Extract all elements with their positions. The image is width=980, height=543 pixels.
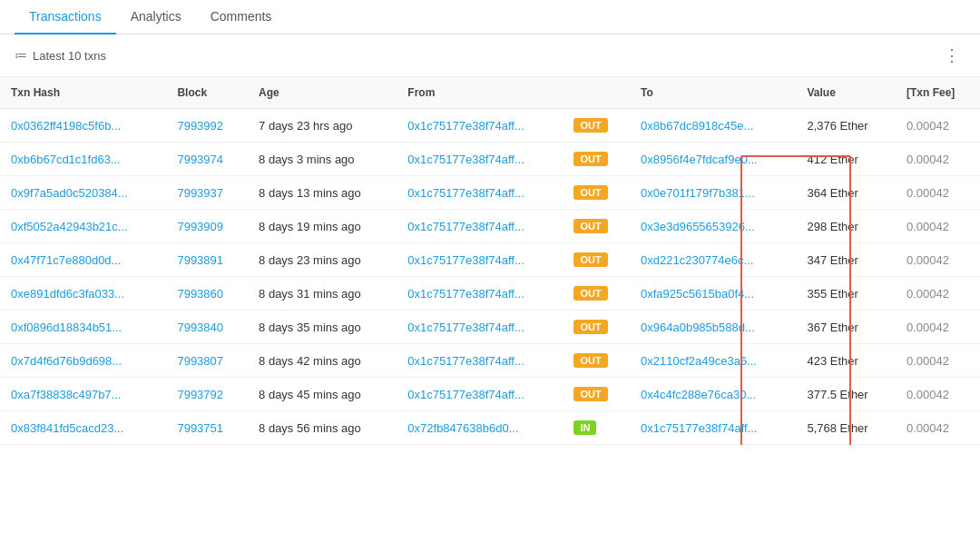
txn-hash-link[interactable]: 0xf5052a42943b21c... [11, 220, 128, 233]
tab-transactions[interactable]: Transactions [15, 0, 116, 35]
to-link[interactable]: 0xfa925c5615ba0f4... [641, 287, 754, 301]
value-cell: 377.5 Ether [796, 378, 896, 411]
value-cell: 347 Ether [796, 243, 896, 277]
col-header-direction [563, 77, 630, 109]
direction-badge: OUT [573, 219, 607, 233]
col-header-block: Block [166, 77, 248, 109]
kebab-menu-button[interactable]: ⋮ [938, 44, 965, 67]
block-link[interactable]: 7993937 [177, 186, 223, 200]
txn-hash-link[interactable]: 0x0362ff4198c5f6b... [11, 119, 121, 133]
from-link[interactable]: 0x1c75177e38f74aff... [407, 388, 524, 401]
direction-badge: OUT [573, 320, 607, 334]
block-link[interactable]: 7993891 [177, 253, 223, 267]
filter-icon: ≔ [15, 48, 27, 63]
table-row: 0xf5052a42943b21c...79939098 days 19 min… [0, 210, 980, 243]
txn-hash-link[interactable]: 0xe891dfd6c3fa033... [11, 287, 124, 301]
from-link[interactable]: 0x1c75177e38f74aff... [407, 119, 524, 133]
block-link[interactable]: 7993909 [177, 220, 223, 233]
tab-analytics[interactable]: Analytics [116, 0, 196, 35]
from-link[interactable]: 0x72fb847638b6d0... [407, 421, 518, 435]
direction-badge: OUT [573, 152, 607, 166]
age-cell: 8 days 45 mins ago [248, 378, 397, 411]
block-link[interactable]: 7993792 [177, 388, 223, 401]
value-cell: 364 Ether [796, 176, 896, 210]
block-link[interactable]: 7993992 [177, 119, 223, 133]
fee-cell: 0.00042 [896, 411, 980, 445]
block-link[interactable]: 7993860 [177, 287, 223, 301]
txn-hash-link[interactable]: 0xb6b67cd1c1fd63... [11, 153, 121, 166]
table-row: 0x9f7a5ad0c520384...79939378 days 13 min… [0, 176, 980, 210]
to-link[interactable]: 0x4c4fc288e76ca30... [641, 388, 756, 401]
to-link[interactable]: 0x8b67dc8918c45e... [641, 119, 753, 133]
from-link[interactable]: 0x1c75177e38f74aff... [407, 253, 524, 267]
table-wrapper: Txn Hash Block Age From To Value [Txn Fe… [0, 77, 980, 445]
value-cell: 412 Ether [796, 143, 896, 176]
to-link[interactable]: 0x3e3d9655653926... [641, 220, 755, 233]
value-cell: 367 Ether [796, 311, 896, 344]
from-link[interactable]: 0x1c75177e38f74aff... [407, 287, 524, 301]
to-link[interactable]: 0x2110cf2a49ce3a6... [641, 354, 757, 368]
block-link[interactable]: 7993751 [177, 421, 223, 435]
fee-cell: 0.00042 [896, 378, 980, 411]
fee-cell: 0.00042 [896, 109, 980, 143]
col-header-age: Age [248, 77, 397, 109]
txn-hash-link[interactable]: 0x9f7a5ad0c520384... [11, 186, 128, 200]
age-cell: 8 days 19 mins ago [248, 210, 397, 243]
direction-badge: OUT [573, 286, 607, 301]
to-link[interactable]: 0x0e701f179f7b381... [641, 186, 755, 200]
col-header-to: To [630, 77, 796, 109]
age-cell: 8 days 23 mins ago [248, 243, 397, 277]
toolbar-left: ≔ Latest 10 txns [15, 48, 106, 63]
direction-badge: OUT [573, 118, 607, 133]
col-header-fee: [Txn Fee] [896, 77, 980, 109]
to-link[interactable]: 0x964a0b985b588d... [641, 321, 755, 334]
to-link[interactable]: 0xd221c230774e6c... [641, 253, 753, 267]
table-row: 0x7d4f6d76b9d698...79938078 days 42 mins… [0, 344, 980, 378]
direction-badge: OUT [573, 353, 607, 368]
table-row: 0xb6b67cd1c1fd63...79939748 days 3 mins … [0, 143, 980, 176]
txn-count-label: Latest 10 txns [33, 49, 106, 63]
col-header-from: From [397, 77, 563, 109]
fee-cell: 0.00042 [896, 344, 980, 378]
from-link[interactable]: 0x1c75177e38f74aff... [407, 321, 524, 334]
table-row: 0x0362ff4198c5f6b...79939927 days 23 hrs… [0, 109, 980, 143]
table-row: 0xf0896d18834b51...79938408 days 35 mins… [0, 311, 980, 344]
age-cell: 7 days 23 hrs ago [248, 109, 397, 143]
from-link[interactable]: 0x1c75177e38f74aff... [407, 220, 524, 233]
value-cell: 2,376 Ether [796, 109, 896, 143]
age-cell: 8 days 31 mins ago [248, 277, 397, 311]
block-link[interactable]: 7993807 [177, 354, 223, 368]
direction-badge: OUT [573, 387, 607, 401]
block-link[interactable]: 7993974 [177, 153, 223, 166]
txn-hash-link[interactable]: 0x83f841fd5cacd23... [11, 421, 123, 435]
to-link[interactable]: 0x1c75177e38f74aff... [641, 421, 757, 435]
transactions-table: Txn Hash Block Age From To Value [Txn Fe… [0, 77, 980, 445]
age-cell: 8 days 35 mins ago [248, 311, 397, 344]
from-link[interactable]: 0x1c75177e38f74aff... [407, 354, 524, 368]
value-cell: 298 Ether [796, 210, 896, 243]
toolbar: ≔ Latest 10 txns ⋮ [0, 35, 980, 77]
txn-hash-link[interactable]: 0x7d4f6d76b9d698... [11, 354, 122, 368]
table-row: 0xe891dfd6c3fa033...79938608 days 31 min… [0, 277, 980, 311]
value-cell: 355 Ether [796, 277, 896, 311]
txn-hash-link[interactable]: 0x47f71c7e880d0d... [11, 253, 121, 267]
block-link[interactable]: 7993840 [177, 321, 223, 334]
fee-cell: 0.00042 [896, 210, 980, 243]
col-header-value: Value [796, 77, 896, 109]
txn-hash-link[interactable]: 0xf0896d18834b51... [11, 321, 122, 334]
direction-badge: OUT [573, 252, 607, 267]
table-row: 0x83f841fd5cacd23...79937518 days 56 min… [0, 411, 980, 445]
to-link[interactable]: 0x8956f4e7fdcaf9e0... [641, 153, 758, 166]
value-cell: 5,768 Ether [796, 411, 896, 445]
fee-cell: 0.00042 [896, 176, 980, 210]
age-cell: 8 days 42 mins ago [248, 344, 397, 378]
table-row: 0x47f71c7e880d0d...79938918 days 23 mins… [0, 243, 980, 277]
value-cell: 423 Ether [796, 344, 896, 378]
age-cell: 8 days 13 mins ago [248, 176, 397, 210]
tab-comments[interactable]: Comments [196, 0, 287, 35]
col-header-txn-hash: Txn Hash [0, 77, 166, 109]
txn-hash-link[interactable]: 0xa7f38838c497b7... [11, 388, 121, 401]
table-header-row: Txn Hash Block Age From To Value [Txn Fe… [0, 77, 980, 109]
from-link[interactable]: 0x1c75177e38f74aff... [407, 186, 524, 200]
from-link[interactable]: 0x1c75177e38f74aff... [407, 153, 524, 166]
